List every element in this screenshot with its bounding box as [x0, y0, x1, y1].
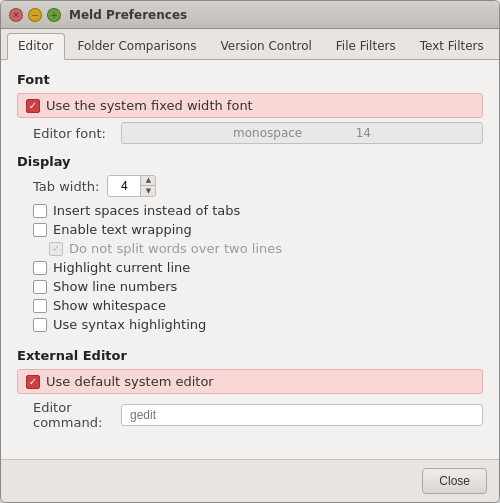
- enable-wrapping-label: Enable text wrapping: [53, 222, 192, 237]
- tab-file-filters[interactable]: File Filters: [325, 33, 407, 59]
- editor-font-row: Editor font: monospace 14: [33, 122, 483, 144]
- show-whitespace-label: Show whitespace: [53, 298, 166, 313]
- editor-command-row: Editor command:: [33, 400, 483, 430]
- window-title: Meld Preferences: [69, 8, 187, 22]
- tabs-bar: Editor Folder Comparisons Version Contro…: [1, 29, 499, 60]
- tab-width-row: Tab width: ▲ ▼: [33, 175, 483, 197]
- highlight-line-checkbox[interactable]: [33, 261, 47, 275]
- spinner-up[interactable]: ▲: [141, 176, 155, 186]
- insert-spaces-label: Insert spaces instead of tabs: [53, 203, 240, 218]
- tab-width-label: Tab width:: [33, 179, 99, 194]
- tab-width-input[interactable]: [108, 177, 140, 195]
- main-window: ✕ − + Meld Preferences Editor Folder Com…: [0, 0, 500, 503]
- show-line-numbers-checkbox[interactable]: [33, 280, 47, 294]
- editor-command-label: Editor command:: [33, 400, 113, 430]
- font-display: monospace 14: [121, 122, 483, 144]
- no-split-words-label: Do not split words over two lines: [69, 241, 282, 256]
- show-whitespace-checkbox[interactable]: [33, 299, 47, 313]
- tab-text-filters[interactable]: Text Filters: [409, 33, 495, 59]
- highlight-line-row: Highlight current line: [33, 258, 483, 277]
- editor-command-input[interactable]: [121, 404, 483, 426]
- display-section-label: Display: [17, 154, 483, 169]
- tab-width-spinner[interactable]: ▲ ▼: [107, 175, 156, 197]
- close-button[interactable]: Close: [422, 468, 487, 494]
- use-system-font-checkbox[interactable]: [26, 99, 40, 113]
- footer: Close: [1, 459, 499, 502]
- use-syntax-label: Use syntax highlighting: [53, 317, 206, 332]
- spinner-down[interactable]: ▼: [141, 186, 155, 196]
- enable-wrapping-checkbox[interactable]: [33, 223, 47, 237]
- font-section-label: Font: [17, 72, 483, 87]
- no-split-words-checkbox[interactable]: [49, 242, 63, 256]
- use-default-editor-checkbox[interactable]: [26, 375, 40, 389]
- close-window-button[interactable]: ✕: [9, 8, 23, 22]
- font-size-value: 14: [356, 126, 371, 140]
- tab-editor[interactable]: Editor: [7, 33, 65, 60]
- maximize-button[interactable]: +: [47, 8, 61, 22]
- use-syntax-checkbox[interactable]: [33, 318, 47, 332]
- external-editor-section-label: External Editor: [17, 348, 483, 363]
- no-split-words-row: Do not split words over two lines: [49, 239, 483, 258]
- spinner-arrows: ▲ ▼: [140, 176, 155, 196]
- titlebar: ✕ − + Meld Preferences: [1, 1, 499, 29]
- minimize-button[interactable]: −: [28, 8, 42, 22]
- enable-wrapping-row: Enable text wrapping: [33, 220, 483, 239]
- use-syntax-row: Use syntax highlighting: [33, 315, 483, 334]
- show-line-numbers-row: Show line numbers: [33, 277, 483, 296]
- use-system-font-row: Use the system fixed width font: [17, 93, 483, 118]
- show-whitespace-row: Show whitespace: [33, 296, 483, 315]
- use-default-editor-row: Use default system editor: [17, 369, 483, 394]
- editor-tab-content: Font Use the system fixed width font Edi…: [1, 60, 499, 459]
- use-system-font-label: Use the system fixed width font: [46, 98, 253, 113]
- editor-font-label: Editor font:: [33, 126, 113, 141]
- insert-spaces-row: Insert spaces instead of tabs: [33, 201, 483, 220]
- highlight-line-label: Highlight current line: [53, 260, 190, 275]
- window-controls: ✕ − +: [9, 8, 61, 22]
- show-line-numbers-label: Show line numbers: [53, 279, 177, 294]
- tab-folder-comparisons[interactable]: Folder Comparisons: [67, 33, 208, 59]
- insert-spaces-checkbox[interactable]: [33, 204, 47, 218]
- font-value: monospace: [233, 126, 302, 140]
- tab-version-control[interactable]: Version Control: [210, 33, 323, 59]
- use-default-editor-label: Use default system editor: [46, 374, 214, 389]
